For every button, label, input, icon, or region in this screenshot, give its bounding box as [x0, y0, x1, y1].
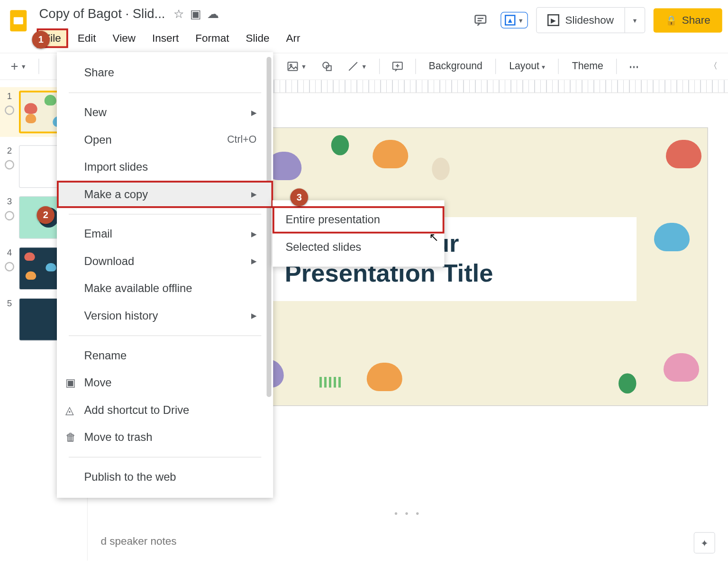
comment-indicator-icon [3, 104, 16, 117]
image-button[interactable]: ▼ [282, 58, 311, 75]
chevron-right-icon: ▶ [251, 312, 256, 320]
move-folder-icon[interactable]: ▣ [190, 7, 201, 21]
make-copy-submenu: Entire presentation Selected slides [273, 201, 445, 267]
annotation-badge-1: 1 [32, 31, 50, 49]
file-publish-web[interactable]: Publish to the web [57, 464, 273, 491]
thumb-number: 4 [7, 247, 12, 257]
share-button[interactable]: 🔒 Share [654, 8, 722, 32]
menu-view[interactable]: View [106, 28, 143, 48]
menu-format[interactable]: Format [188, 28, 236, 48]
file-rename[interactable]: Rename [57, 342, 273, 369]
layout-button[interactable]: Layout [503, 58, 551, 75]
new-slide-button[interactable]: +▼ [6, 56, 31, 77]
file-open[interactable]: OpenCtrl+O [57, 126, 273, 154]
comment-indicator-icon [3, 159, 16, 171]
copy-selected-slides[interactable]: Selected slides [273, 234, 445, 261]
present-up-icon: ▲ [505, 15, 516, 26]
folder-move-icon: ▣ [65, 376, 75, 390]
comment-indicator-icon [3, 210, 16, 222]
background-button[interactable]: Background [423, 58, 488, 75]
speaker-notes[interactable]: d speaker notes [101, 535, 177, 548]
svg-rect-2 [475, 16, 486, 23]
file-menu: Share New▶ OpenCtrl+O Import slides Make… [57, 52, 273, 498]
present-picker[interactable]: ▲ ▼ [500, 12, 528, 28]
copy-entire-presentation[interactable]: Entire presentation [273, 206, 445, 234]
annotation-badge-2: 2 [37, 206, 55, 224]
file-import-slides[interactable]: Import slides [57, 154, 273, 181]
file-share[interactable]: Share [57, 59, 273, 87]
menu-slide[interactable]: Slide [238, 28, 276, 48]
menubar: File Edit View Insert Format Slide Arr [37, 28, 469, 48]
annotation-badge-3: 3 [291, 189, 309, 207]
menu-insert[interactable]: Insert [145, 28, 186, 48]
thumb-number: 1 [7, 91, 12, 101]
file-add-shortcut[interactable]: ◬Add shortcut to Drive [57, 396, 273, 424]
shape-button[interactable] [316, 58, 337, 75]
star-icon[interactable]: ☆ [173, 7, 184, 21]
thumb-number: 5 [7, 298, 12, 308]
svg-point-7 [323, 62, 329, 68]
chevron-down-icon: ▼ [518, 17, 524, 24]
slideshow-label: Slideshow [565, 14, 614, 26]
chevron-right-icon: ▶ [251, 230, 256, 238]
cloud-status-icon[interactable]: ☁ [207, 7, 219, 21]
trash-icon: 🗑 [65, 431, 76, 443]
comment-add-button[interactable] [387, 58, 408, 75]
comment-indicator-icon [3, 261, 16, 273]
document-title[interactable]: Copy of Bagot · Slid... [37, 5, 168, 23]
slideshow-button[interactable]: ▶ Slideshow ▼ [536, 7, 645, 33]
line-button[interactable]: ▼ [342, 58, 372, 75]
resize-handle-icon[interactable]: • • • [394, 509, 421, 520]
chevron-right-icon: ▶ [251, 257, 256, 266]
svg-line-9 [349, 62, 357, 71]
file-email[interactable]: Email▶ [57, 220, 273, 248]
explore-button[interactable]: ✦ [694, 532, 715, 554]
chevron-down-icon: ▼ [632, 17, 637, 24]
mouse-cursor-icon: ↖ [429, 230, 439, 244]
menu-edit[interactable]: Edit [71, 28, 103, 48]
file-version-history[interactable]: Version history▶ [57, 302, 273, 330]
theme-button[interactable]: Theme [566, 58, 609, 75]
comments-icon[interactable] [469, 9, 492, 32]
chevron-right-icon: ▶ [251, 190, 256, 199]
file-new[interactable]: New▶ [57, 99, 273, 127]
more-icon[interactable]: ⋯ [624, 58, 645, 75]
file-offline[interactable]: Make available offline [57, 275, 273, 302]
thumb-number: 2 [7, 145, 12, 155]
file-trash[interactable]: 🗑Move to trash [57, 424, 273, 451]
shortcut-label: Ctrl+O [227, 134, 256, 146]
chevron-right-icon: ▶ [251, 109, 256, 117]
lock-icon: 🔒 [665, 15, 677, 26]
file-move[interactable]: ▣Move [57, 369, 273, 397]
collapse-toolbar-icon[interactable]: 〈 [704, 59, 722, 74]
thumb-number: 3 [7, 196, 12, 206]
file-make-copy[interactable]: Make a copy▶ [57, 181, 273, 208]
svg-rect-1 [14, 17, 23, 24]
svg-rect-5 [288, 62, 297, 71]
drive-shortcut-icon: ◬ [65, 403, 74, 417]
play-icon: ▶ [547, 14, 559, 26]
share-label: Share [682, 14, 710, 26]
slides-logo[interactable] [6, 9, 31, 34]
slideshow-dropdown[interactable]: ▼ [624, 8, 645, 33]
menu-arrange[interactable]: Arr [279, 28, 308, 48]
file-download[interactable]: Download▶ [57, 248, 273, 275]
